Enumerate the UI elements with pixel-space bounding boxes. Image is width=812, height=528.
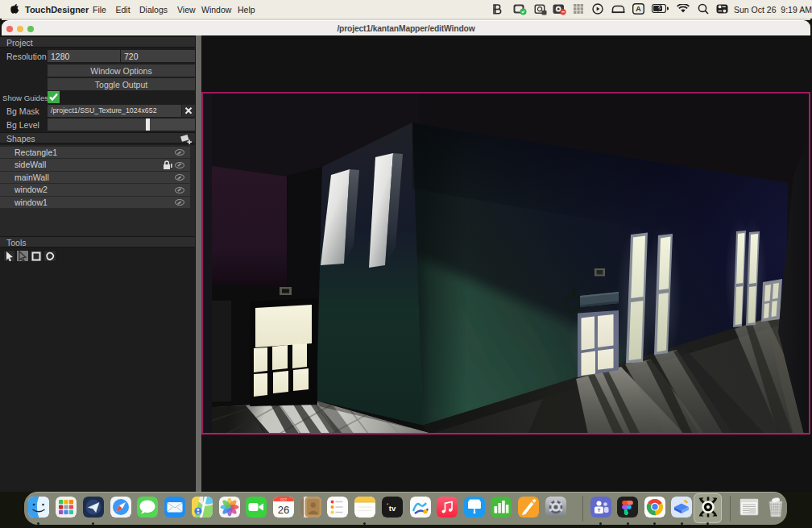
svg-text:tv: tv [388,504,396,513]
svg-text:26: 26 [277,504,288,516]
svg-text:T: T [597,508,600,513]
svg-text:A: A [636,5,641,13]
svg-text:OCT: OCT [280,498,287,501]
